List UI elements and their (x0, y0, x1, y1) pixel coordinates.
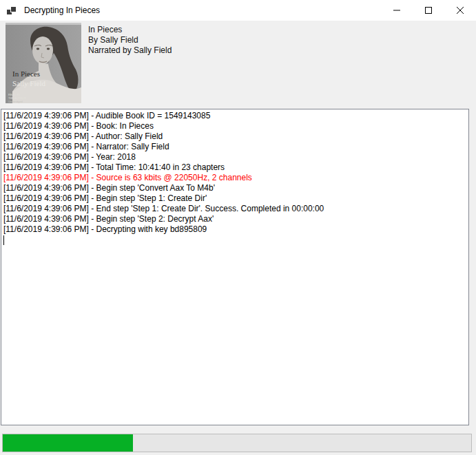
caption-buttons (381, 0, 476, 21)
log-line: [11/6/2019 4:39:06 PM] - Book: In Pieces (3, 121, 466, 131)
progress-fill (3, 434, 133, 452)
log-line: [11/6/2019 4:39:06 PM] - Narrator: Sally… (3, 142, 466, 152)
book-narrator: Narrated by Sally Field (88, 45, 172, 56)
log-line: [11/6/2019 4:39:06 PM] - Source is 63 kb… (3, 173, 466, 183)
minimize-icon (393, 6, 401, 14)
log-line: [11/6/2019 4:39:06 PM] - Begin step 'Ste… (3, 193, 466, 204)
close-icon (456, 6, 464, 14)
app-icon (6, 5, 17, 16)
log-line: [11/6/2019 4:39:06 PM] - End step 'Step … (3, 204, 466, 214)
book-author: By Sally Field (88, 35, 172, 45)
caret-line (3, 235, 466, 245)
log-line: [11/6/2019 4:39:06 PM] - Audible Book ID… (3, 111, 466, 121)
log-lines: [11/6/2019 4:39:06 PM] - Audible Book ID… (3, 111, 466, 235)
cover-face (32, 36, 53, 64)
book-cover-image: In Pieces Sally Field READ BY THE AUTHOR… (6, 23, 81, 103)
log-line: [11/6/2019 4:39:06 PM] - Total Time: 10:… (3, 162, 466, 173)
maximize-icon (424, 6, 433, 14)
log-textbox[interactable]: [11/6/2019 4:39:06 PM] - Audible Book ID… (1, 109, 469, 425)
titlebar: Decrypting In Pieces (0, 0, 476, 21)
book-title: In Pieces (88, 25, 172, 35)
minimize-button[interactable] (381, 0, 413, 21)
cover-author-text: Sally Field (12, 79, 45, 87)
maximize-button[interactable] (413, 0, 444, 21)
log-line: [11/6/2019 4:39:06 PM] - Begin step 'Ste… (3, 214, 466, 224)
log-line: [11/6/2019 4:39:06 PM] - Begin step 'Con… (3, 183, 466, 193)
window-title: Decrypting In Pieces (24, 6, 381, 15)
book-info: In Pieces By Sally Field Narrated by Sal… (88, 25, 172, 56)
log-line: [11/6/2019 4:39:06 PM] - Author: Sally F… (3, 131, 466, 142)
cover-title-text: In Pieces (12, 70, 40, 78)
cover-credit-line3: Unabridged (8, 100, 23, 103)
log-line: [11/6/2019 4:39:06 PM] - Year: 2018 (3, 152, 466, 162)
progress-bar (2, 434, 472, 452)
log-line: [11/6/2019 4:39:06 PM] - Decrypting with… (3, 224, 466, 235)
close-button[interactable] (444, 0, 476, 21)
app-window: Decrypting In Pieces (0, 0, 476, 455)
text-caret (3, 235, 4, 245)
